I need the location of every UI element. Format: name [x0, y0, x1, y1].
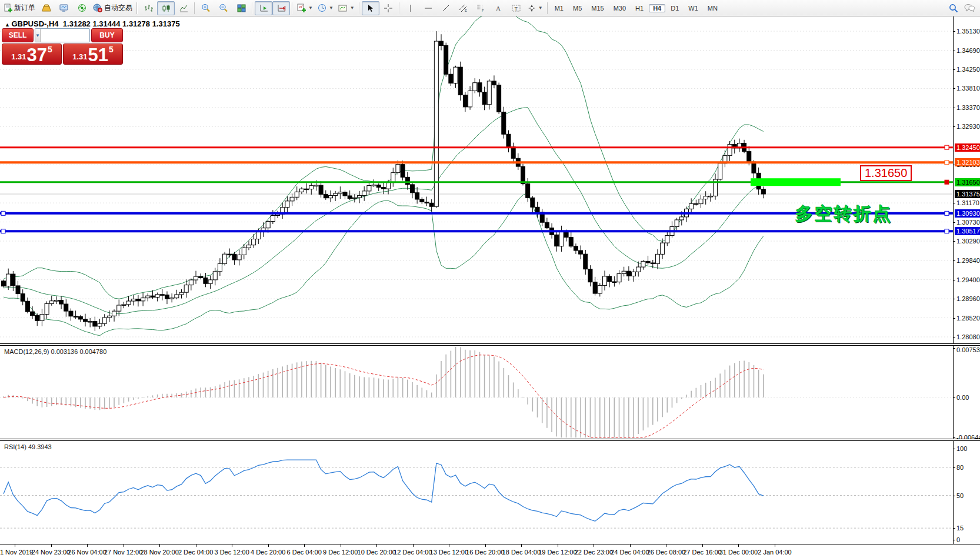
price-axis[interactable]: 1.351301.346901.342501.338101.333701.329…	[953, 16, 980, 343]
timeframe-button-M1[interactable]: M1	[551, 4, 568, 12]
volume-down-button[interactable]: ▼	[35, 29, 41, 42]
fibonacci-button[interactable]: F	[472, 1, 490, 15]
rsi-tick-label: 15	[956, 524, 964, 532]
auto-trading-button[interactable]: 自动交易	[91, 1, 135, 15]
macd-histogram-bar	[518, 389, 519, 397]
candlestick	[199, 276, 203, 278]
chat-icon[interactable]	[964, 4, 975, 12]
channel-button[interactable]: E	[455, 1, 472, 15]
auto-scroll-button[interactable]	[255, 1, 272, 15]
macd-histogram-bar	[340, 369, 341, 397]
price-tick-label: 1.31170	[956, 199, 979, 206]
trendline-button[interactable]	[437, 1, 455, 15]
time-tick	[521, 544, 522, 547]
macd-tick-label: 0.00	[956, 394, 969, 401]
signal-button[interactable]	[73, 1, 91, 15]
highlight-rectangle-object[interactable]	[751, 178, 841, 186]
new-order-button[interactable]: 新订单	[1, 1, 38, 15]
volume-input[interactable]	[41, 29, 90, 42]
line-handle[interactable]	[945, 211, 949, 215]
chart-text-annotation[interactable]: 多空转折点	[795, 202, 892, 226]
macd-histogram-bar	[282, 366, 283, 397]
line-handle[interactable]	[945, 145, 949, 149]
line-handle[interactable]	[945, 161, 949, 165]
indicators-button[interactable]: ▼	[295, 1, 315, 15]
terminal-button[interactable]	[55, 1, 73, 15]
candlestick	[626, 271, 631, 276]
sell-button[interactable]: SELL	[2, 28, 34, 42]
candlestick	[74, 316, 78, 318]
auto-scroll-icon	[259, 4, 268, 12]
line-handle[interactable]	[1, 211, 5, 215]
candlestick	[588, 269, 592, 282]
price-level-callout[interactable]: 1.31650	[860, 165, 912, 181]
line-handle[interactable]	[1, 229, 5, 233]
candlestick	[35, 316, 39, 321]
macd-histogram-bar	[200, 387, 201, 397]
macd-histogram-bar	[691, 391, 692, 397]
timeframe-button-MN[interactable]: MN	[704, 4, 722, 12]
axis-tick	[954, 348, 955, 349]
candlestick	[401, 165, 405, 178]
timeframe-button-D1[interactable]: D1	[666, 4, 683, 12]
vertical-line-button[interactable]	[402, 1, 419, 15]
candlestick	[632, 272, 636, 276]
text-label-button[interactable]: T	[508, 1, 525, 15]
search-icon[interactable]	[949, 4, 958, 13]
buy-price-button[interactable]: 1.31515	[63, 44, 123, 65]
candlestick	[16, 286, 20, 294]
candlestick	[569, 238, 573, 246]
text-button[interactable]: A	[490, 1, 508, 15]
line-handle[interactable]	[945, 180, 949, 184]
macd-histogram-bar	[42, 397, 43, 407]
timeframe-button-M5[interactable]: M5	[569, 4, 586, 12]
line-handle[interactable]	[945, 229, 949, 233]
candlestick	[478, 83, 482, 92]
arrows-button[interactable]: ▼	[525, 1, 545, 15]
candlestick	[545, 222, 549, 228]
time-tick	[666, 544, 666, 547]
timeframe-button-W1[interactable]: W1	[684, 4, 702, 12]
clock-icon	[318, 4, 326, 12]
macd-histogram-bar	[258, 374, 259, 397]
new-order-label: 新订单	[14, 3, 35, 13]
macd-histogram-bar	[643, 397, 644, 430]
templates-button[interactable]: ▼	[336, 1, 357, 15]
market-watch-button[interactable]	[38, 1, 55, 15]
timeframe-button-H4[interactable]: H4	[649, 4, 665, 12]
zoom-in-button[interactable]	[197, 1, 215, 15]
line-chart-button[interactable]	[175, 1, 192, 15]
horizontal-line-button[interactable]	[419, 1, 437, 15]
candlestick	[242, 248, 246, 255]
buy-button[interactable]: BUY	[91, 28, 123, 42]
time-tick	[558, 544, 558, 547]
macd-histogram-bar	[388, 380, 389, 397]
candlestick	[141, 298, 145, 301]
cursor-button[interactable]	[362, 1, 379, 15]
candlestick	[64, 304, 68, 311]
sell-price-button[interactable]: 1.31375	[2, 44, 62, 65]
time-label: 21 Nov 2019	[0, 549, 33, 556]
timeframe-button-H1[interactable]: H1	[631, 4, 648, 12]
bar-chart-button[interactable]	[139, 1, 157, 15]
axis-tick	[954, 467, 955, 468]
chart-shift-button[interactable]	[272, 1, 290, 15]
timeframe-button-M15[interactable]: M15	[587, 4, 608, 12]
candlestick	[704, 196, 708, 199]
tile-windows-button[interactable]	[232, 1, 250, 15]
macd-histogram-bar	[22, 397, 24, 399]
axis-tick	[954, 540, 955, 540]
separator	[359, 2, 360, 14]
time-axis[interactable]: 21 Nov 201924 Nov 23:0026 Nov 04:0027 No…	[0, 544, 980, 558]
collapse-triangle-icon[interactable]: ▲	[5, 22, 11, 28]
macd-histogram-bar	[268, 371, 269, 397]
macd-histogram-bar	[551, 397, 552, 432]
axis-tick	[954, 222, 955, 223]
zoom-out-button[interactable]	[215, 1, 232, 15]
price-tick-label: 1.29840	[956, 257, 980, 264]
periods-button[interactable]: ▼	[315, 1, 336, 15]
candlestick	[617, 273, 621, 282]
timeframe-button-M30[interactable]: M30	[609, 4, 630, 12]
crosshair-button[interactable]	[379, 1, 397, 15]
candlestick-chart-button[interactable]	[157, 1, 175, 15]
